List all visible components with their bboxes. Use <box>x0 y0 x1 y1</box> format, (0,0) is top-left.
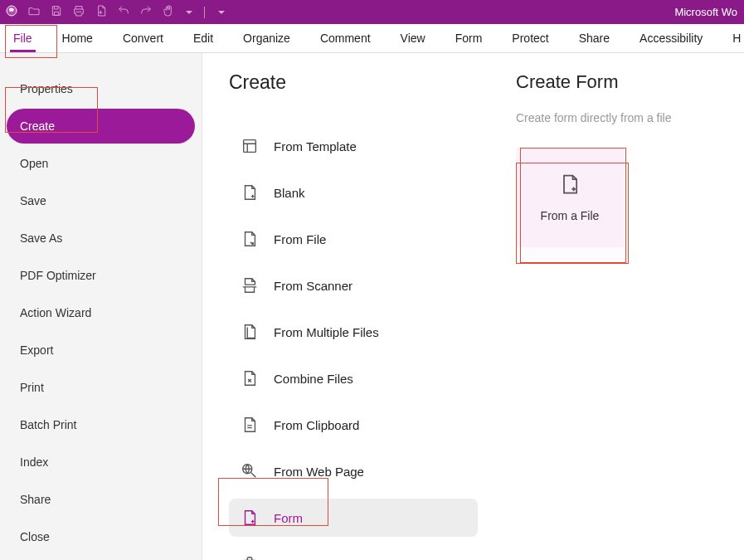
form-icon <box>241 509 259 527</box>
print-icon[interactable] <box>72 4 85 21</box>
quick-access-toolbar <box>5 4 225 21</box>
portfolio-icon <box>241 555 259 560</box>
tab-share[interactable]: Share <box>577 25 611 51</box>
create-item-label: From Clipboard <box>274 418 359 432</box>
open-icon[interactable] <box>27 4 41 21</box>
from-file-label: From a File <box>541 209 600 222</box>
right-panel: Create Form Create form directly from a … <box>516 53 744 560</box>
create-from-scanner[interactable]: From Scanner <box>229 266 478 304</box>
create-from-file[interactable]: From File <box>229 220 478 258</box>
tab-protect[interactable]: Protect <box>510 25 550 51</box>
right-panel-title: Create Form <box>516 71 731 93</box>
create-from-multiple[interactable]: From Multiple Files <box>229 313 478 351</box>
tab-accessibility[interactable]: Accessibility <box>638 25 704 51</box>
create-item-label: From Web Page <box>274 465 364 479</box>
create-from-template[interactable]: From Template <box>229 127 478 165</box>
sidebar-item-saveas[interactable]: Save As <box>7 221 195 256</box>
create-form[interactable]: Form <box>229 499 478 537</box>
create-item-label: PDF Portfolio <box>274 558 348 561</box>
create-options-list: From Template Blank From File From Scann… <box>229 127 516 560</box>
combine-icon <box>241 369 259 387</box>
tab-convert[interactable]: Convert <box>121 25 165 51</box>
file-sidebar: Properties Create Open Save Save As PDF … <box>0 53 202 560</box>
create-item-label: From Scanner <box>274 279 353 293</box>
blank-page-icon <box>241 183 259 202</box>
create-item-label: From Multiple Files <box>274 325 379 339</box>
multiple-files-icon <box>241 323 259 341</box>
sidebar-item-pdfoptimizer[interactable]: PDF Optimizer <box>7 258 195 293</box>
hand-icon[interactable] <box>162 4 175 21</box>
titlebar: Microsoft Wo <box>0 0 744 24</box>
sidebar-item-create[interactable]: Create <box>7 109 195 144</box>
create-item-label: Blank <box>274 186 305 200</box>
tab-more[interactable]: H <box>731 25 742 51</box>
create-item-label: Combine Files <box>274 372 353 386</box>
sidebar-item-close[interactable]: Close <box>7 519 195 554</box>
web-icon <box>241 462 259 480</box>
right-panel-subtitle: Create form directly from a file <box>516 111 731 124</box>
tab-organize[interactable]: Organize <box>241 25 292 51</box>
page-add-icon[interactable] <box>95 4 108 21</box>
create-item-label: From Template <box>274 139 357 153</box>
from-file-button[interactable]: From a File <box>516 148 624 247</box>
main-area: Properties Create Open Save Save As PDF … <box>0 53 744 560</box>
create-item-label: Form <box>274 511 303 525</box>
sidebar-item-index[interactable]: Index <box>7 445 195 480</box>
create-from-clipboard[interactable]: From Clipboard <box>229 406 478 444</box>
divider <box>204 7 205 18</box>
ribbon-tabs: File Home Convert Edit Organize Comment … <box>0 24 744 53</box>
tab-home[interactable]: Home <box>61 25 95 51</box>
sidebar-item-share[interactable]: Share <box>7 482 195 517</box>
sidebar-item-export[interactable]: Export <box>7 333 195 368</box>
create-combine[interactable]: Combine Files <box>229 359 478 397</box>
tab-form[interactable]: Form <box>454 25 484 51</box>
create-from-web[interactable]: From Web Page <box>229 452 478 490</box>
sidebar-item-batchprint[interactable]: Batch Print <box>7 407 195 442</box>
from-file-icon <box>241 230 259 248</box>
redo-icon[interactable] <box>139 4 153 21</box>
sidebar-item-save[interactable]: Save <box>7 183 195 218</box>
sidebar-item-properties[interactable]: Properties <box>7 71 195 106</box>
center-title: Create <box>229 71 516 94</box>
app-logo-icon[interactable] <box>5 4 18 21</box>
create-portfolio[interactable]: PDF Portfolio <box>229 545 478 560</box>
create-blank[interactable]: Blank <box>229 173 478 212</box>
qat-more-icon[interactable] <box>218 11 225 14</box>
create-item-label: From File <box>274 232 326 246</box>
tab-edit[interactable]: Edit <box>192 25 215 51</box>
clipboard-icon <box>241 416 259 434</box>
sidebar-item-actionwizard[interactable]: Action Wizard <box>7 295 195 330</box>
page-add-icon <box>558 173 581 196</box>
undo-icon[interactable] <box>117 4 130 21</box>
template-icon <box>241 137 259 155</box>
sidebar-item-open[interactable]: Open <box>7 146 195 181</box>
tab-file[interactable]: File <box>12 25 34 51</box>
qat-dropdown-icon[interactable] <box>186 11 192 14</box>
sidebar-item-print[interactable]: Print <box>7 370 195 405</box>
svg-rect-1 <box>244 140 256 153</box>
tab-view[interactable]: View <box>399 25 427 51</box>
save-icon[interactable] <box>50 4 63 21</box>
center-panel: Create From Template Blank From File Fro… <box>202 53 516 560</box>
window-title: Microsoft Wo <box>674 6 737 18</box>
tab-comment[interactable]: Comment <box>319 25 372 51</box>
scanner-icon <box>241 276 259 295</box>
